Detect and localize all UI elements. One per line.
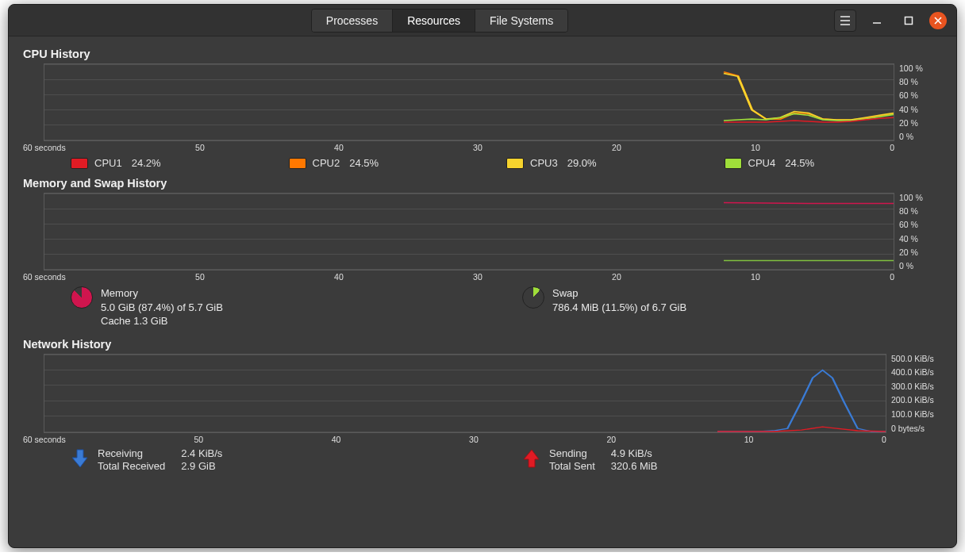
x-label: 60 seconds bbox=[23, 143, 66, 152]
y-label: 100 % bbox=[899, 193, 942, 202]
x-label: 10 bbox=[751, 143, 760, 152]
view-tabs: Processes Resources File Systems bbox=[311, 9, 568, 33]
y-label: 20 % bbox=[899, 247, 942, 257]
y-label: 80 % bbox=[899, 206, 942, 216]
x-label: 10 bbox=[744, 435, 754, 444]
cpu-chart bbox=[44, 63, 894, 141]
x-label: 20 bbox=[606, 435, 616, 444]
x-label: 50 bbox=[195, 143, 205, 152]
memory-chart bbox=[44, 193, 894, 270]
x-label: 40 bbox=[334, 143, 344, 152]
swap-pie-icon bbox=[522, 286, 544, 309]
total-received-label: Total Received bbox=[98, 460, 165, 472]
memory-history-title: Memory and Swap History bbox=[23, 177, 942, 190]
y-label: 500.0 KiB/s bbox=[891, 354, 942, 363]
color-swatch bbox=[289, 158, 306, 169]
close-button[interactable] bbox=[929, 12, 947, 29]
tab-resources[interactable]: Resources bbox=[393, 10, 475, 32]
x-label: 30 bbox=[473, 143, 482, 152]
network-sending-block[interactable]: Sending 4.9 KiB/s Total Sent 320.6 MiB bbox=[522, 447, 942, 472]
network-history-title: Network History bbox=[23, 338, 942, 351]
y-label: 100 % bbox=[899, 63, 942, 73]
cpu-name: CPU4 bbox=[748, 157, 776, 169]
maximize-button[interactable] bbox=[898, 10, 920, 32]
y-label: 80 % bbox=[899, 77, 942, 86]
upload-arrow-icon bbox=[522, 447, 541, 470]
x-label: 30 bbox=[469, 435, 479, 444]
y-label: 100.0 KiB/s bbox=[891, 409, 942, 419]
x-label: 10 bbox=[751, 272, 760, 282]
y-label: 60 % bbox=[899, 220, 942, 229]
y-label: 20 % bbox=[899, 118, 942, 128]
cpu-chart-lines bbox=[44, 64, 894, 140]
cpu-pct: 24.5% bbox=[349, 157, 379, 169]
cpu-xlabels: 60 seconds 50 40 30 20 10 0 bbox=[23, 143, 894, 152]
cpu-legend-item[interactable]: CPU1 24.2% bbox=[71, 157, 289, 169]
memory-usage-block[interactable]: Memory 5.0 GiB (87.4%) of 5.7 GiB Cache … bbox=[71, 286, 490, 328]
hamburger-menu-button[interactable] bbox=[834, 10, 856, 32]
cpu-legend: CPU1 24.2% CPU2 24.5% CPU3 29.0% CPU4 24… bbox=[71, 157, 942, 169]
minimize-button[interactable] bbox=[866, 10, 888, 32]
app-window: Processes Resources File Systems CPU His… bbox=[8, 4, 957, 548]
memory-xlabels: 60 seconds 50 40 30 20 10 0 bbox=[23, 272, 894, 282]
tab-filesystems[interactable]: File Systems bbox=[475, 10, 567, 32]
cpu-history-title: CPU History bbox=[23, 48, 942, 60]
receiving-label: Receiving bbox=[98, 447, 165, 459]
memory-value: 5.0 GiB (87.4%) of 5.7 GiB bbox=[101, 301, 223, 315]
y-label: 40 % bbox=[899, 234, 942, 244]
x-label: 50 bbox=[194, 435, 203, 444]
cpu-pct: 24.2% bbox=[132, 157, 161, 169]
x-label: 0 bbox=[890, 272, 894, 282]
network-chart bbox=[44, 354, 886, 433]
tab-processes[interactable]: Processes bbox=[312, 10, 393, 32]
x-label: 60 seconds bbox=[23, 272, 66, 282]
x-label: 0 bbox=[882, 435, 886, 444]
swap-usage-block[interactable]: Swap 786.4 MiB (11.5%) of 6.7 GiB bbox=[522, 286, 942, 328]
color-swatch bbox=[725, 158, 742, 169]
network-xlabels: 60 seconds 50 40 30 20 10 0 bbox=[23, 435, 886, 444]
y-label: 200.0 KiB/s bbox=[891, 395, 942, 405]
download-arrow-icon bbox=[71, 447, 90, 470]
cpu-name: CPU1 bbox=[94, 157, 122, 169]
titlebar: Processes Resources File Systems bbox=[9, 5, 956, 36]
memory-pie-icon bbox=[71, 286, 93, 309]
x-label: 40 bbox=[332, 435, 341, 444]
cpu-pct: 29.0% bbox=[567, 157, 597, 169]
network-chart-lines bbox=[44, 355, 886, 432]
swap-value: 786.4 MiB (11.5%) of 6.7 GiB bbox=[552, 301, 686, 315]
memory-ylabels: 100 % 80 % 60 % 40 % 20 % 0 % bbox=[894, 193, 942, 270]
y-label: 0 % bbox=[899, 132, 942, 141]
cpu-name: CPU3 bbox=[530, 157, 558, 169]
receiving-rate: 2.4 KiB/s bbox=[181, 447, 222, 459]
memory-cache: Cache 1.3 GiB bbox=[101, 314, 223, 328]
sending-rate: 4.9 KiB/s bbox=[611, 447, 658, 459]
y-label: 0 % bbox=[899, 261, 942, 270]
x-label: 20 bbox=[612, 272, 621, 282]
cpu-legend-item[interactable]: CPU4 24.5% bbox=[725, 157, 943, 169]
cpu-pct: 24.5% bbox=[785, 157, 814, 169]
content-area: CPU History 100 % 80 % 60 % 40 % 20 % 0 … bbox=[9, 36, 956, 547]
x-label: 60 seconds bbox=[23, 435, 66, 444]
swap-label: Swap bbox=[552, 286, 686, 301]
y-label: 40 % bbox=[899, 105, 942, 114]
network-ylabels: 500.0 KiB/s 400.0 KiB/s 300.0 KiB/s 200.… bbox=[886, 354, 942, 433]
memory-chart-lines bbox=[44, 194, 894, 270]
y-label: 400.0 KiB/s bbox=[891, 367, 942, 377]
cpu-legend-item[interactable]: CPU2 24.5% bbox=[289, 157, 507, 169]
color-swatch bbox=[71, 158, 88, 169]
y-label: 300.0 KiB/s bbox=[891, 382, 942, 391]
cpu-ylabels: 100 % 80 % 60 % 40 % 20 % 0 % bbox=[894, 63, 942, 141]
sending-label: Sending bbox=[549, 447, 595, 459]
total-sent-label: Total Sent bbox=[549, 460, 595, 472]
y-label: 0 bytes/s bbox=[891, 424, 942, 433]
total-received-value: 2.9 GiB bbox=[181, 460, 222, 472]
svg-rect-4 bbox=[905, 17, 913, 24]
cpu-name: CPU2 bbox=[313, 157, 340, 169]
network-receiving-block[interactable]: Receiving 2.4 KiB/s Total Received 2.9 G… bbox=[71, 447, 490, 472]
memory-label: Memory bbox=[101, 286, 223, 301]
cpu-legend-item[interactable]: CPU3 29.0% bbox=[506, 157, 725, 169]
x-label: 20 bbox=[612, 143, 621, 152]
x-label: 50 bbox=[195, 272, 205, 282]
color-swatch bbox=[506, 158, 524, 169]
y-label: 60 % bbox=[899, 90, 942, 100]
